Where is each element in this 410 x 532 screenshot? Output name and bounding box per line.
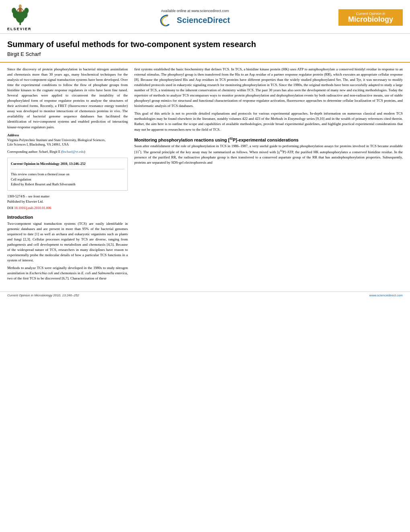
doi-link[interactable]: 10.1016/j.mib.2010.01.006 xyxy=(14,206,51,210)
issn-number: 1369-5274/$ – see front matter xyxy=(7,194,128,199)
email-link[interactable]: bscharf@vt.edu xyxy=(62,150,84,154)
left-column: Since the discovery of protein phosphory… xyxy=(7,63,128,283)
sciencedirect-logo: ScienceDirect xyxy=(160,14,230,27)
journal-badge: Current Opinion in Microbiology xyxy=(338,9,403,26)
themed-text: This review comes from a themed issue on xyxy=(11,172,124,177)
intro-para1: Two-component signal transduction system… xyxy=(7,221,128,263)
address-label: Address xyxy=(7,133,128,137)
info-box: Current Opinion in Microbiology 2010, 13… xyxy=(7,158,128,191)
elsevier-logo: ELSEVIER xyxy=(7,4,51,31)
doi-label: DOI xyxy=(7,206,14,210)
corresponding-author: Corresponding author: Scharf, Birgit E (… xyxy=(7,150,128,154)
page-footer: Current Opinion in Microbiology 2010, 13… xyxy=(0,292,410,299)
right-body: first systems established the basic bioc… xyxy=(134,67,403,165)
right-column: first systems established the basic bioc… xyxy=(134,63,403,283)
svg-point-6 xyxy=(19,4,22,8)
issn-block: 1369-5274/$ – see front matter Published… xyxy=(7,194,128,204)
svg-rect-7 xyxy=(19,8,22,12)
page-header: ELSEVIER Available online at www.science… xyxy=(0,0,410,34)
doi-block: DOI 10.1016/j.mib.2010.01.006 xyxy=(7,206,128,210)
address-text: Virginia Polytechnic Institute and State… xyxy=(7,138,128,148)
intro-para2: Methods to analyze TCS were originally d… xyxy=(7,265,128,281)
monitoring-header: Monitoring phosphorylation reactions usi… xyxy=(134,137,403,142)
footer-right-text: www.sciencedirect.com xyxy=(369,294,403,297)
elsevier-text: ELSEVIER xyxy=(7,27,32,31)
monitoring-para: Soon after establishment of the role of … xyxy=(134,144,403,165)
journal-vol: Current Opinion in Microbiology 2010, 13… xyxy=(11,161,124,166)
article-title: Summary of useful methods for two-compon… xyxy=(7,39,403,49)
sciencedirect-area: Available online at www.sciencedirect.co… xyxy=(51,9,338,27)
elsevier-logo-area: ELSEVIER xyxy=(7,4,51,31)
footer-left-text: Current Opinion in Microbiology 2010, 13… xyxy=(7,294,79,297)
right-para2: This goal of this article is not to prov… xyxy=(134,111,403,132)
introduction-header: Introduction xyxy=(7,215,128,220)
main-content: Since the discovery of protein phosphory… xyxy=(0,63,410,283)
title-section: Summary of useful methods for two-compon… xyxy=(0,34,410,63)
svg-line-8 xyxy=(16,8,19,11)
theme: Cell regulation xyxy=(11,177,124,182)
available-online-text: Available online at www.sciencedirect.co… xyxy=(161,9,229,13)
elsevier-tree-icon xyxy=(7,4,35,26)
publisher: Published by Elsevier Ltd. xyxy=(7,199,128,204)
svg-point-5 xyxy=(24,8,29,14)
journal-name: Microbiology xyxy=(342,16,399,24)
edited-by: Edited by Robert Bourret and Ruth Silver… xyxy=(11,182,124,187)
sd-icon xyxy=(160,14,175,27)
info-box-divider xyxy=(11,169,124,169)
svg-line-9 xyxy=(22,8,24,11)
abstract-paragraph: Since the discovery of protein phosphory… xyxy=(7,67,128,130)
address-block: Address Virginia Polytechnic Institute a… xyxy=(7,133,128,148)
sciencedirect-text: ScienceDirect xyxy=(177,16,230,25)
right-para1: first systems established the basic bioc… xyxy=(134,67,403,109)
svg-point-4 xyxy=(12,8,16,14)
article-author: Birgit E Scharf xyxy=(7,51,403,57)
